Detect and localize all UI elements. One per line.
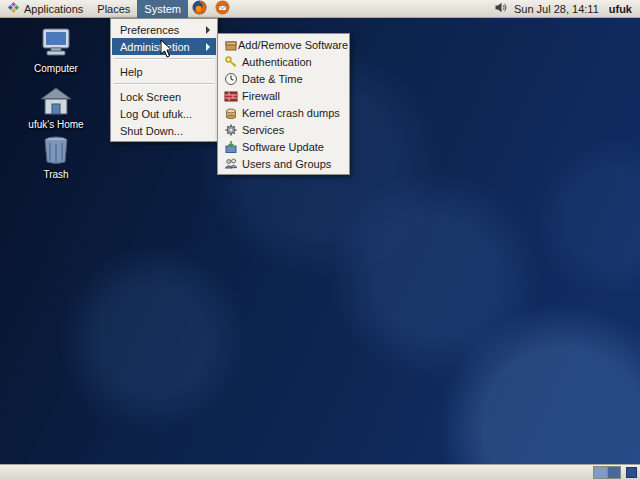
menu-item-users-and-groups[interactable]: Users and Groups xyxy=(219,155,348,172)
computer-icon xyxy=(36,50,76,62)
package-icon xyxy=(224,38,238,52)
menu-item-authentication[interactable]: Authentication xyxy=(219,53,348,70)
panel-applet-icon[interactable] xyxy=(626,467,637,478)
menu-item-firewall[interactable]: Firewall xyxy=(219,87,348,104)
submenu-arrow-icon xyxy=(206,43,210,51)
menu-item-label: Administration xyxy=(120,41,190,53)
bottom-panel-right xyxy=(593,466,640,479)
workspace-1[interactable] xyxy=(594,467,607,478)
menu-item-help[interactable]: Help xyxy=(112,63,216,80)
email-launcher-icon xyxy=(215,0,230,17)
menu-item-label: Help xyxy=(120,66,143,78)
desktop-icon-label: Computer xyxy=(20,63,92,74)
menu-item-label: Kernel crash dumps xyxy=(242,107,340,119)
menu-item-label: Users and Groups xyxy=(242,158,331,170)
menu-item-log-out[interactable]: Log Out ufuk... xyxy=(112,105,216,122)
trash-icon xyxy=(36,156,76,168)
firefox-launcher[interactable] xyxy=(188,0,211,18)
menu-item-label: Add/Remove Software xyxy=(238,39,348,51)
menu-item-label: Services xyxy=(242,124,284,136)
menu-item-shut-down[interactable]: Shut Down... xyxy=(112,122,216,139)
firefox-icon xyxy=(192,0,207,17)
menu-item-preferences[interactable]: Preferences xyxy=(112,21,216,38)
places-menu[interactable]: Places xyxy=(90,0,137,18)
bottom-panel xyxy=(0,464,640,480)
software-update-icon xyxy=(224,140,242,154)
users-groups-icon xyxy=(224,157,242,171)
applications-menu[interactable]: Applications xyxy=(0,0,90,18)
mouse-cursor-icon xyxy=(160,39,174,61)
distro-logo-icon xyxy=(7,1,20,16)
desktop-icon-trash[interactable]: Trash xyxy=(20,134,92,180)
menu-item-label: Firewall xyxy=(242,90,280,102)
submenu-arrow-icon xyxy=(206,26,210,34)
clock-icon xyxy=(224,72,242,86)
top-panel: Applications Places System Sun Jul 28, 1… xyxy=(0,0,640,18)
administration-submenu: Add/Remove Software Authentication Date … xyxy=(217,33,350,175)
menu-separator xyxy=(114,83,214,85)
desktop-icon-home[interactable]: ufuk's Home xyxy=(20,86,92,130)
keys-icon xyxy=(224,55,242,69)
desktop-screen: Applications Places System Sun Jul 28, 1… xyxy=(0,0,640,480)
menu-item-label: Preferences xyxy=(120,24,179,36)
user-switcher[interactable]: ufuk xyxy=(605,3,636,15)
menu-item-lock-screen[interactable]: Lock Screen xyxy=(112,88,216,105)
menu-item-label: Log Out ufuk... xyxy=(120,108,192,120)
applications-menu-label: Applications xyxy=(24,3,83,15)
clock-applet[interactable]: Sun Jul 28, 14:11 xyxy=(514,3,599,15)
menu-item-software-update[interactable]: Software Update xyxy=(219,138,348,155)
menu-item-label: Shut Down... xyxy=(120,125,183,137)
menu-item-services[interactable]: Services xyxy=(219,121,348,138)
menu-item-label: Software Update xyxy=(242,141,324,153)
desktop-icon-label: ufuk's Home xyxy=(20,119,92,130)
menu-item-label: Lock Screen xyxy=(120,91,181,103)
menu-item-add-remove-software[interactable]: Add/Remove Software xyxy=(219,36,348,53)
services-gear-icon xyxy=(224,123,242,137)
firewall-icon xyxy=(224,89,242,103)
desktop-icon-computer[interactable]: Computer xyxy=(20,28,92,74)
menu-item-label: Date & Time xyxy=(242,73,303,85)
menu-item-date-time[interactable]: Date & Time xyxy=(219,70,348,87)
system-menu-button[interactable]: System xyxy=(137,0,188,18)
workspace-2[interactable] xyxy=(607,467,620,478)
desktop-icon-label: Trash xyxy=(20,169,92,180)
system-menu: Preferences Administration Help Lock Scr… xyxy=(110,18,218,142)
crash-dump-icon xyxy=(224,106,242,120)
email-launcher[interactable] xyxy=(211,0,234,18)
volume-icon[interactable] xyxy=(494,1,508,16)
system-menu-label: System xyxy=(144,3,181,15)
menu-item-kernel-crash-dumps[interactable]: Kernel crash dumps xyxy=(219,104,348,121)
places-menu-label: Places xyxy=(97,3,130,15)
menu-item-label: Authentication xyxy=(242,56,312,68)
top-panel-right: Sun Jul 28, 14:11 ufuk xyxy=(494,1,640,16)
workspace-switcher[interactable] xyxy=(593,466,621,479)
home-icon xyxy=(36,106,76,118)
